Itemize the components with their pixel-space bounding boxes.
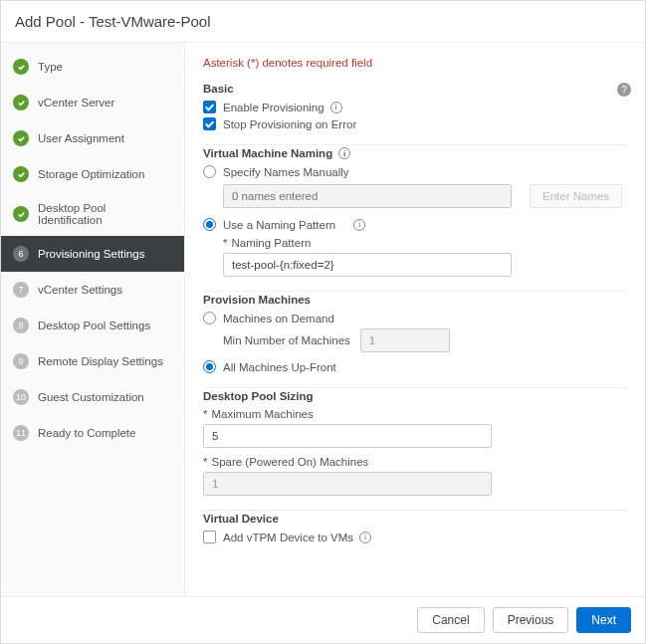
section-virtual-device-title: Virtual Device	[203, 510, 627, 525]
step-number-icon: 9	[13, 353, 29, 369]
step-label: vCenter Settings	[38, 284, 122, 296]
step-label: User Assignment	[38, 132, 124, 144]
machines-on-demand-radio[interactable]	[203, 312, 216, 324]
step-vcenter-server[interactable]: vCenter Server	[1, 85, 184, 120]
step-ready-to-complete[interactable]: 11 Ready to Complete	[1, 415, 184, 451]
dialog-body: Type vCenter Server User Assignment Stor…	[1, 43, 645, 596]
spare-machines-label: Spare (Powered On) Machines	[211, 456, 368, 468]
all-machines-upfront-radio[interactable]	[203, 360, 216, 373]
info-icon[interactable]	[353, 219, 365, 231]
required-asterisk: *	[203, 408, 207, 420]
step-number-icon: 6	[13, 246, 29, 262]
help-icon[interactable]	[617, 83, 631, 97]
content-pane: Asterisk (*) denotes required field Basi…	[185, 43, 645, 596]
naming-pattern-label: Naming Pattern	[231, 237, 311, 249]
check-icon	[13, 130, 29, 146]
step-label: vCenter Server	[38, 97, 114, 108]
spare-machines-input[interactable]	[203, 472, 492, 496]
dialog-footer: Cancel Previous Next	[1, 596, 645, 643]
required-asterisk: *	[223, 237, 227, 249]
step-label: Desktop Pool Identification	[38, 202, 172, 226]
use-naming-pattern-radio[interactable]	[203, 218, 216, 231]
step-label: Desktop Pool Settings	[38, 320, 150, 331]
all-machines-upfront-label: All Machines Up-Front	[223, 361, 336, 373]
step-number-icon: 11	[13, 425, 29, 441]
check-icon	[13, 166, 29, 182]
step-desktop-pool-settings[interactable]: 8 Desktop Pool Settings	[1, 308, 184, 343]
step-number-icon: 10	[13, 389, 29, 405]
step-guest-customization[interactable]: 10 Guest Customization	[1, 379, 184, 415]
previous-button[interactable]: Previous	[493, 607, 569, 633]
section-pool-sizing-title: Desktop Pool Sizing	[203, 387, 627, 402]
check-icon	[13, 95, 29, 110]
info-icon[interactable]	[330, 102, 342, 113]
enable-provisioning-label: Enable Provisioning	[223, 102, 324, 113]
add-vtpm-label: Add vTPM Device to VMs	[223, 532, 353, 543]
dialog-title: Add Pool - Test-VMware-Pool	[15, 13, 210, 30]
min-number-input	[360, 328, 450, 352]
min-number-label: Min Number of Machines	[223, 334, 350, 346]
next-button[interactable]: Next	[576, 607, 631, 633]
info-icon[interactable]	[338, 147, 350, 159]
dialog-header: Add Pool - Test-VMware-Pool	[1, 1, 645, 43]
required-asterisk: *	[203, 456, 207, 468]
step-label: Type	[38, 61, 63, 73]
step-number-icon: 8	[13, 318, 29, 333]
use-naming-pattern-label: Use a Naming Pattern	[223, 219, 335, 231]
section-vm-naming-title: Virtual Machine Naming	[203, 147, 332, 159]
cancel-button[interactable]: Cancel	[417, 607, 484, 633]
enter-names-button: Enter Names	[530, 184, 622, 208]
info-icon[interactable]	[359, 532, 371, 543]
specify-names-manually-radio[interactable]	[203, 165, 216, 178]
check-icon	[13, 206, 29, 222]
step-label: Storage Optimization	[38, 168, 144, 180]
step-number-icon: 7	[13, 282, 29, 298]
max-machines-label: Maximum Machines	[211, 408, 313, 420]
step-type[interactable]: Type	[1, 49, 184, 85]
stop-on-error-label: Stop Provisioning on Error	[223, 118, 356, 130]
section-provision-machines-title: Provision Machines	[203, 291, 627, 306]
naming-pattern-input[interactable]	[223, 253, 512, 277]
wizard-sidebar: Type vCenter Server User Assignment Stor…	[1, 43, 185, 596]
step-vcenter-settings[interactable]: 7 vCenter Settings	[1, 272, 184, 308]
step-label: Remote Display Settings	[38, 355, 163, 367]
add-pool-dialog: Add Pool - Test-VMware-Pool Type vCenter…	[0, 0, 646, 644]
section-basic-title: Basic	[203, 83, 627, 95]
stop-on-error-checkbox[interactable]	[203, 117, 216, 130]
step-label: Guest Customization	[38, 391, 144, 403]
step-storage-optimization[interactable]: Storage Optimization	[1, 156, 184, 192]
enable-provisioning-checkbox[interactable]	[203, 101, 216, 113]
machines-on-demand-label: Machines on Demand	[223, 313, 334, 324]
step-user-assignment[interactable]: User Assignment	[1, 120, 184, 156]
step-provisioning-settings[interactable]: 6 Provisioning Settings	[1, 236, 184, 272]
step-desktop-pool-identification[interactable]: Desktop Pool Identification	[1, 192, 184, 236]
step-remote-display-settings[interactable]: 9 Remote Display Settings	[1, 343, 184, 379]
check-icon	[13, 59, 29, 75]
step-label: Provisioning Settings	[38, 248, 144, 260]
specify-names-manually-label: Specify Names Manually	[223, 166, 349, 178]
step-label: Ready to Complete	[38, 427, 135, 439]
add-vtpm-checkbox[interactable]	[203, 531, 216, 543]
max-machines-input[interactable]	[203, 424, 492, 448]
names-entered-input	[223, 184, 512, 208]
required-field-note: Asterisk (*) denotes required field	[203, 57, 627, 69]
